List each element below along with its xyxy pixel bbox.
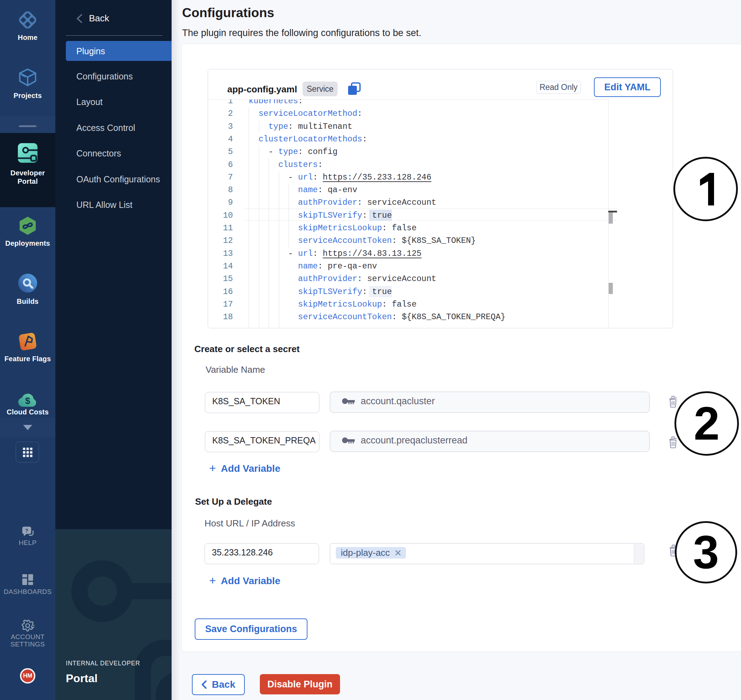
svg-text:?: ? — [25, 528, 28, 534]
svg-text:$: $ — [25, 396, 31, 406]
